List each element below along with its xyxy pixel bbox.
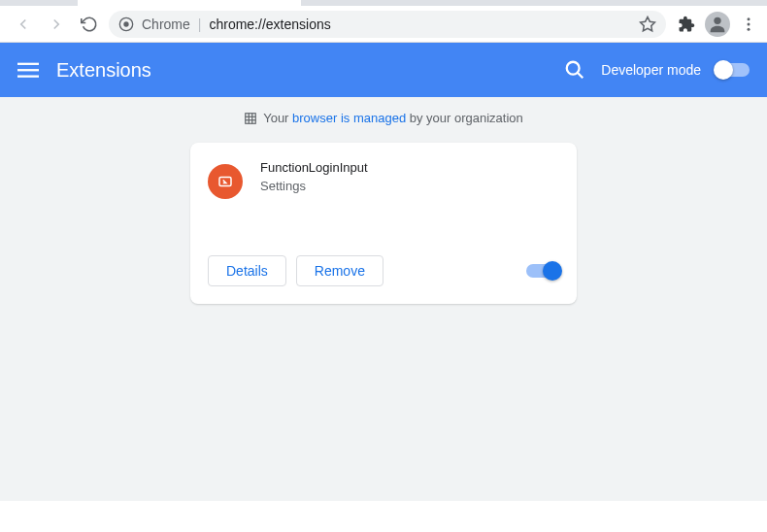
chrome-icon <box>118 17 134 32</box>
address-text: Chrome | chrome://extensions <box>142 17 631 32</box>
browser-tab-bar: Extensions × + <box>0 0 767 6</box>
svg-line-11 <box>578 73 584 79</box>
notice-prefix: Your <box>263 111 292 125</box>
remove-button[interactable]: Remove <box>296 255 384 286</box>
bookmark-star-icon[interactable] <box>639 16 656 33</box>
window-controls <box>0 0 78 6</box>
extension-description: Settings <box>260 179 559 193</box>
managed-notice: Your browser is managed by your organiza… <box>0 111 767 125</box>
content-area: Your browser is managed by your organiza… <box>0 97 767 501</box>
forward-button[interactable] <box>43 11 70 38</box>
browser-tab[interactable]: Extensions × <box>78 0 301 6</box>
svg-point-10 <box>567 62 580 75</box>
back-button[interactable] <box>10 11 37 38</box>
svg-point-4 <box>748 17 750 20</box>
svg-rect-12 <box>246 113 256 123</box>
reload-button[interactable] <box>76 11 103 38</box>
svg-rect-9 <box>17 76 39 78</box>
svg-rect-7 <box>17 63 39 65</box>
profile-avatar[interactable] <box>705 12 730 37</box>
menu-dots-icon[interactable] <box>740 16 757 33</box>
page-title: Extensions <box>56 59 564 82</box>
extensions-puzzle-icon[interactable] <box>678 16 695 33</box>
svg-rect-8 <box>17 69 39 71</box>
developer-mode-toggle[interactable] <box>717 63 750 77</box>
building-icon <box>244 112 257 125</box>
extension-name: FunctionLoginInput <box>260 160 559 175</box>
toolbar-right <box>672 12 757 37</box>
details-button[interactable]: Details <box>208 255 286 286</box>
address-bar[interactable]: Chrome | chrome://extensions <box>109 11 666 38</box>
browser-toolbar: Chrome | chrome://extensions <box>0 6 767 43</box>
extension-card: FunctionLoginInput Settings Details Remo… <box>190 143 577 304</box>
svg-point-1 <box>123 21 128 26</box>
header-right: Developer mode <box>564 59 750 81</box>
notice-link[interactable]: browser is managed <box>292 111 406 125</box>
hamburger-menu-icon[interactable] <box>17 59 39 81</box>
developer-mode-label: Developer mode <box>601 62 701 78</box>
svg-point-5 <box>748 22 750 25</box>
svg-marker-2 <box>641 17 655 30</box>
svg-point-3 <box>714 17 720 23</box>
notice-suffix: by your organization <box>406 111 523 125</box>
svg-point-6 <box>748 27 750 30</box>
extension-icon <box>208 164 243 199</box>
search-icon[interactable] <box>564 59 585 81</box>
extension-enable-toggle[interactable] <box>526 264 559 278</box>
extensions-header: Extensions Developer mode <box>0 43 767 97</box>
